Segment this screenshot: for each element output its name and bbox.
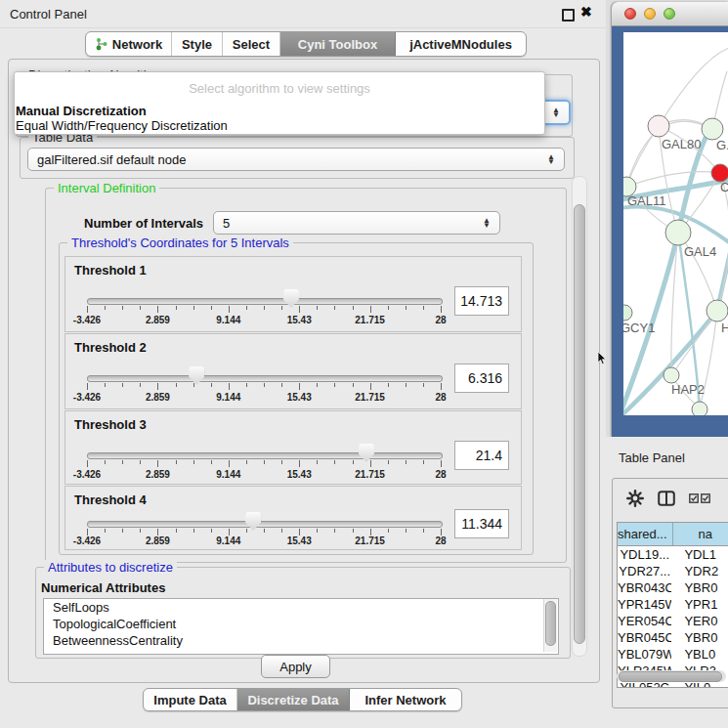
tab-impute-data[interactable]: Impute Data (144, 689, 237, 710)
threshold-4-slider-track[interactable] (87, 521, 443, 528)
combo-arrows-icon: ▲▼ (547, 154, 555, 164)
split-columns-icon[interactable] (658, 491, 675, 506)
cell-name[interactable]: YDL1 (671, 546, 728, 563)
threshold-3-slider-track[interactable] (87, 452, 443, 459)
cell-name[interactable]: YBR0 (671, 579, 728, 596)
table-row[interactable]: YDR27...YDR2 (618, 563, 728, 579)
column-header-name[interactable]: na (673, 523, 728, 545)
table-hscrollbar-thumb[interactable] (619, 671, 722, 682)
interval-definition-group-title: Interval Definition (54, 181, 159, 195)
number-of-intervals-value: 5 (223, 216, 230, 231)
tab-network[interactable]: Network (86, 32, 172, 56)
table-row[interactable]: YPR145WYPR1 (618, 596, 728, 613)
tab-network-label: Network (112, 37, 162, 52)
table-row[interactable]: YDL19...YDL1 (618, 546, 728, 563)
node-hap2[interactable] (664, 367, 679, 383)
table-row[interactable]: YER054CYER0 (618, 613, 728, 629)
node-gcy1[interactable] (623, 305, 632, 321)
table-row[interactable]: YBR043CYBR0 (618, 579, 728, 596)
minimize-traffic-light-icon[interactable] (644, 8, 656, 20)
threshold-4-label: Threshold 4 (74, 492, 147, 507)
tab-discretize-data[interactable]: Discretize Data (237, 689, 350, 710)
threshold-3-value-field[interactable]: 21.4 (454, 441, 509, 470)
tab-impute-data-label: Impute Data (153, 693, 226, 707)
threshold-1-tick-labels: -3.4262.8599.14415.4321.71528 (87, 315, 441, 326)
panel-title: Control Panel (10, 7, 87, 21)
apply-button[interactable]: Apply (261, 655, 330, 678)
cell-shared-name[interactable]: YDL19... (618, 546, 671, 563)
table-horizontal-scrollbar[interactable] (617, 670, 726, 682)
tab-style[interactable]: Style (172, 32, 223, 56)
threshold-1-label: Threshold 1 (74, 263, 147, 278)
cell-shared-name[interactable]: YPR145W (618, 596, 671, 613)
column-header-shared-name[interactable]: shared... (618, 523, 673, 545)
panel-scrollbar-thumb[interactable] (574, 204, 585, 644)
tab-select[interactable]: Select (223, 32, 280, 56)
threshold-4-value-field[interactable]: 11.344 (454, 509, 509, 538)
attributes-scrollbar-thumb[interactable] (545, 601, 556, 646)
tab-infer-network[interactable]: Infer Network (350, 689, 461, 710)
threshold-3-tick-labels: -3.4262.8599.14415.4321.71528 (87, 469, 441, 481)
cell-name[interactable]: YPR1 (671, 596, 728, 613)
node-gal80[interactable] (648, 115, 669, 137)
checkbox-icon[interactable] (701, 493, 710, 503)
attributes-group-title: Attributes to discretize (44, 560, 177, 575)
threshold-1-value-field[interactable]: 14.713 (454, 286, 509, 316)
threshold-2-slider-track[interactable] (87, 375, 443, 382)
threshold-1-slider-track[interactable] (87, 298, 443, 305)
node-top-right[interactable] (702, 118, 723, 140)
threshold-1-tick-marks (87, 306, 441, 314)
tab-cyni-toolbox-label: Cyni Toolbox (298, 37, 377, 52)
checkbox-icon[interactable] (689, 493, 699, 503)
attribute-list-item[interactable]: TopologicalCoefficient (44, 616, 558, 632)
threshold-3-panel: Threshold 3 -3.4262.8599.14415.4321.7152… (64, 410, 522, 485)
numerical-attributes-label: Numerical Attributes (41, 580, 165, 595)
attribute-list-item[interactable]: BetweennessCentrality (44, 632, 558, 649)
algorithm-option-equal-width[interactable]: Equal Width/Frequency Discretization (16, 118, 228, 133)
node-label-gal4: GAL4 (684, 244, 716, 259)
table-panel: Table Panel (606, 437, 728, 728)
cell-shared-name[interactable]: YBL079W (618, 646, 671, 663)
tab-cyni-toolbox[interactable]: Cyni Toolbox (280, 32, 396, 56)
control-panel: Control Panel ✖ Network Style Select Cyn… (0, 0, 606, 728)
panel-scrollbar[interactable] (572, 176, 587, 657)
node-bottom[interactable] (692, 402, 707, 415)
table-row[interactable]: YBL079WYBL0 (618, 646, 728, 663)
threshold-2-panel: Threshold 2 -3.4262.8599.14415.4321.7152… (64, 333, 522, 409)
float-window-icon[interactable] (562, 9, 575, 21)
cell-name[interactable]: YBR0 (671, 629, 728, 646)
network-graph: GAL80 G. C GAL11 GAL4 GCY1 H HAP2 (623, 32, 728, 415)
table-rows-container: YDL19...YDL1YDR27...YDR2YBR043CYBR0YPR14… (618, 546, 728, 688)
close-icon[interactable]: ✖ (580, 4, 592, 20)
top-tab-bar: Network Style Select Cyni Toolbox jActiv… (85, 31, 527, 57)
table-data-combobox[interactable]: galFiltered.sif default node ▲▼ (27, 148, 565, 171)
cell-shared-name[interactable]: YBR045C (618, 629, 671, 646)
table-panel-inner: shared... na YDL19...YDL1YDR27...YDR2YBR… (612, 478, 728, 708)
cell-shared-name[interactable]: YER054C (618, 613, 671, 629)
numerical-attributes-list[interactable]: SelfLoopsTopologicalCoefficientBetweenne… (43, 598, 559, 655)
node-label-partial-g: G. (716, 138, 728, 152)
algorithm-option-manual[interactable]: Manual Discretization (16, 104, 147, 118)
zoom-traffic-light-icon[interactable] (664, 8, 675, 20)
tab-infer-network-label: Infer Network (364, 693, 446, 707)
cell-name[interactable]: YBL0 (671, 646, 728, 663)
node-gal4[interactable] (665, 220, 691, 245)
network-view-window: GAL80 G. C GAL11 GAL4 GCY1 H HAP2 (612, 2, 728, 437)
cell-shared-name[interactable]: YBR043C (618, 579, 671, 596)
node-right[interactable] (707, 300, 728, 321)
table-row[interactable]: YBR045CYBR0 (618, 629, 728, 646)
cell-name[interactable]: YER0 (671, 613, 728, 629)
tab-jactivemnodules-label: jActiveMNodules (409, 37, 512, 52)
node-label-partial-h: H (721, 321, 728, 335)
network-canvas[interactable]: GAL80 G. C GAL11 GAL4 GCY1 H HAP2 (623, 32, 728, 415)
attribute-list-item[interactable]: SelfLoops (44, 599, 558, 616)
threshold-2-value-field[interactable]: 6.316 (454, 364, 509, 393)
cell-name[interactable]: YDR2 (671, 563, 728, 579)
gear-icon[interactable] (626, 490, 644, 507)
network-window-titlebar[interactable] (612, 2, 728, 26)
cell-shared-name[interactable]: YDR27... (618, 563, 671, 579)
tab-jactivemnodules[interactable]: jActiveMNodules (396, 32, 526, 56)
attributes-list-scrollbar[interactable] (543, 599, 557, 652)
number-of-intervals-spinner[interactable]: 5 ▲▼ (213, 211, 500, 235)
close-traffic-light-icon[interactable] (624, 8, 636, 20)
